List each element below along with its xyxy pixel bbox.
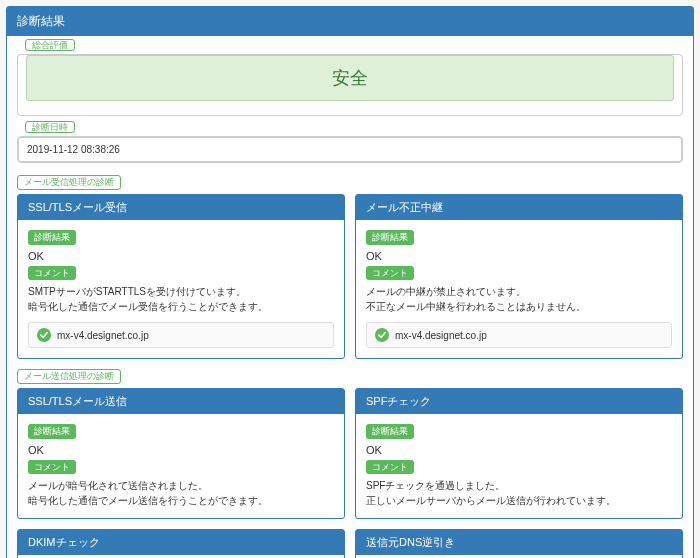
card-grid: SSL/TLSメール送信診断結果OKコメントメールが暗号化されて送信されました。… <box>17 388 683 558</box>
result-label: 診断結果 <box>366 230 414 245</box>
diagnosis-card: SSL/TLSメール送信診断結果OKコメントメールが暗号化されて送信されました。… <box>17 388 345 519</box>
card-body: 診断結果OKコメントメールが暗号化されて送信されました。暗号化した通信でメール送… <box>18 414 344 518</box>
overall-label: 総合評価 <box>25 39 75 51</box>
diagnosis-card: メール不正中継診断結果OKコメントメールの中継が禁止されています。不正なメール中… <box>355 194 683 359</box>
status-text: OK <box>28 250 334 262</box>
comment-label: コメント <box>28 266 76 281</box>
result-label: 診断結果 <box>366 424 414 439</box>
host-name: mx-v4.designet.co.jp <box>57 330 149 341</box>
page-title: 診断結果 <box>7 7 693 36</box>
diagnosis-section: メール受信処理の診断SSL/TLSメール受信診断結果OKコメントSMTPサーバが… <box>17 175 683 359</box>
diagnosis-datetime: 2019-11-12 08:38:26 <box>18 137 682 162</box>
host-pill[interactable]: mx-v4.designet.co.jp <box>28 322 334 348</box>
comment-text: SMTPサーバがSTARTTLSを受け付けています。暗号化した通信でメール受信を… <box>28 284 334 314</box>
result-label: 診断結果 <box>28 424 76 439</box>
card-heading: メール不正中継 <box>356 195 682 220</box>
status-text: OK <box>366 250 672 262</box>
card-heading: 送信元DNS逆引き <box>356 530 682 555</box>
overall-status: 安全 <box>26 55 674 101</box>
card-heading: DKIMチェック <box>18 530 344 555</box>
diagnosis-card: 送信元DNS逆引き診断結果OKコメント送信元IPアドレスの逆引きが正しく設定され… <box>355 529 683 558</box>
card-body: 診断結果OKコメントSMTPサーバがSTARTTLSを受け付けています。暗号化し… <box>18 220 344 358</box>
comment-label: コメント <box>366 266 414 281</box>
section-title: メール送信処理の診断 <box>17 369 121 384</box>
result-label: 診断結果 <box>28 230 76 245</box>
host-name: mx-v4.designet.co.jp <box>395 330 487 341</box>
section-title: メール受信処理の診断 <box>17 175 121 190</box>
card-heading: SSL/TLSメール送信 <box>18 389 344 414</box>
diagnosis-card: DKIMチェック診断結果NGコメントDKIMチェックが不正と判断されました。DK… <box>17 529 345 558</box>
overall-group: 安全 <box>17 54 683 116</box>
main-body: 総合評価 安全 診断日時 2019-11-12 08:38:26 メール受信処理… <box>7 36 693 558</box>
comment-label: コメント <box>28 460 76 475</box>
card-heading: SSL/TLSメール受信 <box>18 195 344 220</box>
main-panel: 診断結果 総合評価 安全 診断日時 2019-11-12 08:38:26 メー… <box>6 6 694 558</box>
diagnosis-section: メール送信処理の診断SSL/TLSメール送信診断結果OKコメントメールが暗号化さ… <box>17 369 683 558</box>
status-text: OK <box>28 444 334 456</box>
comment-text: SPFチェックを通過しました。正しいメールサーバからメール送信が行われています。 <box>366 478 672 508</box>
card-heading: SPFチェック <box>356 389 682 414</box>
card-body: 診断結果OKコメントメールの中継が禁止されています。不正なメール中継を行われるこ… <box>356 220 682 358</box>
status-text: OK <box>366 444 672 456</box>
datetime-label: 診断日時 <box>25 121 75 133</box>
comment-text: メールの中継が禁止されています。不正なメール中継を行われることはありません。 <box>366 284 672 314</box>
check-icon <box>37 328 51 342</box>
check-icon <box>375 328 389 342</box>
card-grid: SSL/TLSメール受信診断結果OKコメントSMTPサーバがSTARTTLSを受… <box>17 194 683 359</box>
host-pill[interactable]: mx-v4.designet.co.jp <box>366 322 672 348</box>
comment-label: コメント <box>366 460 414 475</box>
card-body: 診断結果OKコメントSPFチェックを通過しました。正しいメールサーバからメール送… <box>356 414 682 518</box>
datetime-group: 2019-11-12 08:38:26 <box>17 136 683 163</box>
diagnosis-card: SSL/TLSメール受信診断結果OKコメントSMTPサーバがSTARTTLSを受… <box>17 194 345 359</box>
comment-text: メールが暗号化されて送信されました。暗号化した通信でメール送信を行うことができま… <box>28 478 334 508</box>
diagnosis-card: SPFチェック診断結果OKコメントSPFチェックを通過しました。正しいメールサー… <box>355 388 683 519</box>
